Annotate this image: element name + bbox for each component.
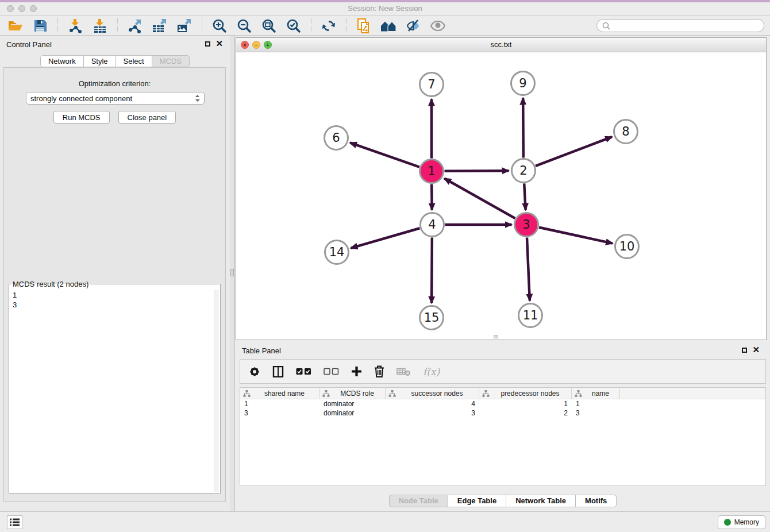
home-icon[interactable]	[379, 17, 398, 34]
network-title: scc.txt	[236, 38, 766, 52]
close-panel-icon[interactable]: ✕	[215, 40, 223, 47]
eye-icon[interactable]	[428, 17, 448, 34]
node-3[interactable]: 3	[515, 213, 538, 237]
export-network-icon[interactable]	[125, 17, 145, 34]
result-scrollbar[interactable]	[214, 290, 219, 492]
show-columns-icon[interactable]	[272, 366, 284, 377]
node-label: 14	[329, 245, 345, 259]
table-tab-node-table[interactable]: Node Table	[389, 495, 448, 507]
tab-network[interactable]: Network	[40, 55, 84, 67]
zoom-in-icon[interactable]	[210, 17, 229, 34]
close-table-panel-icon[interactable]: ✕	[752, 346, 760, 353]
export-image-icon[interactable]	[175, 17, 194, 34]
edge-4-14[interactable]	[351, 228, 419, 248]
control-panel: Control Panel ✕ NetworkStyleSelectMCDS O…	[0, 36, 230, 511]
function-builder-icon: f(x)	[423, 366, 440, 377]
column-header-shared-name[interactable]: shared name	[240, 388, 319, 399]
network-close-button[interactable]: ×	[241, 41, 249, 49]
edge-4-15[interactable]	[432, 237, 432, 303]
settings-gear-icon[interactable]	[249, 366, 260, 377]
delete-row-icon[interactable]	[374, 365, 384, 377]
memory-button[interactable]: Memory	[718, 515, 765, 529]
node-1[interactable]: 1	[420, 160, 444, 183]
add-row-icon[interactable]	[351, 366, 362, 377]
edge-3-11[interactable]	[527, 237, 530, 300]
task-history-button[interactable]	[7, 515, 22, 529]
run-mcds-button[interactable]: Run MCDS	[53, 111, 110, 124]
deselect-all-icon[interactable]	[324, 368, 339, 375]
save-icon[interactable]	[30, 17, 50, 34]
refresh-icon[interactable]	[319, 17, 338, 34]
node-14[interactable]: 14	[325, 241, 349, 264]
splitter-grip-icon[interactable]	[230, 269, 234, 276]
zoom-selected-icon[interactable]	[284, 17, 303, 34]
node-table[interactable]: shared nameMCDS rolesuccessor nodesprede…	[240, 387, 766, 486]
cell-shared-name[interactable]: 1	[240, 399, 319, 408]
edge-3-1[interactable]	[444, 179, 515, 218]
panel-splitter[interactable]	[230, 36, 235, 511]
search-input[interactable]	[613, 21, 759, 30]
node-10[interactable]: 10	[615, 235, 639, 259]
node-4[interactable]: 4	[421, 213, 444, 237]
zoom-fit-icon[interactable]	[259, 17, 279, 34]
node-label: 1	[428, 164, 435, 178]
criterion-dropdown[interactable]: strongly connected component	[26, 92, 205, 105]
network-window-titlebar[interactable]: × − + scc.txt	[236, 38, 766, 52]
float-panel-icon[interactable]	[205, 41, 210, 47]
style-preview-icon[interactable]	[403, 17, 423, 34]
edge-1-2[interactable]	[444, 171, 509, 171]
open-folder-icon[interactable]	[6, 17, 25, 34]
cell-predecessor-nodes[interactable]: 2	[479, 408, 572, 418]
import-table-icon[interactable]	[90, 17, 110, 34]
tab-select[interactable]: Select	[116, 55, 152, 67]
dropdown-stepper-icon	[195, 94, 200, 102]
cell-name[interactable]: 3	[572, 408, 620, 418]
node-11[interactable]: 11	[519, 304, 542, 327]
canvas-resize-grip[interactable]	[494, 335, 498, 338]
node-7[interactable]: 7	[420, 73, 444, 97]
tab-mcds[interactable]: MCDS	[152, 55, 190, 67]
table-tab-edge-table[interactable]: Edge Table	[448, 495, 506, 507]
node-9[interactable]: 9	[511, 72, 535, 95]
edge-3-10[interactable]	[539, 228, 613, 244]
table-tab-motifs[interactable]: Motifs	[576, 495, 617, 507]
search-field[interactable]	[596, 19, 764, 32]
column-header-successor-nodes[interactable]: successor nodes	[386, 388, 479, 399]
table-tab-network-table[interactable]: Network Table	[506, 495, 576, 507]
edge-2-9[interactable]	[523, 98, 523, 157]
float-table-panel-icon[interactable]	[742, 348, 747, 353]
close-panel-button[interactable]: Close panel	[118, 111, 176, 124]
table-panel: Table Panel ✕ f(x) shared nameMCDS rol	[236, 342, 770, 511]
zoom-out-icon[interactable]	[234, 17, 254, 34]
table-row[interactable]: 3dominator323	[240, 408, 765, 418]
cell-predecessor-nodes[interactable]: 1	[479, 399, 572, 408]
node-15[interactable]: 15	[420, 306, 444, 330]
table-header-row: shared nameMCDS rolesuccessor nodesprede…	[240, 388, 765, 399]
cell-successor-nodes[interactable]: 4	[386, 399, 479, 408]
node-8[interactable]: 8	[614, 120, 638, 144]
network-canvas[interactable]: 7968124314101511	[236, 52, 766, 340]
cell-shared-name[interactable]: 3	[240, 408, 319, 418]
column-header-predecessor-nodes[interactable]: predecessor nodes	[479, 388, 572, 399]
import-network-icon[interactable]	[66, 17, 85, 34]
cell-name[interactable]: 1	[572, 399, 620, 408]
edge-1-6[interactable]	[350, 142, 419, 167]
cell-successor-nodes[interactable]: 3	[386, 408, 479, 418]
table-row[interactable]: 1dominator411	[240, 399, 765, 408]
export-table-icon[interactable]	[150, 17, 170, 34]
select-all-icon[interactable]	[296, 368, 311, 375]
column-header-mcds-role[interactable]: MCDS role	[319, 388, 386, 399]
node-6[interactable]: 6	[325, 126, 348, 150]
cell-mcds-role[interactable]: dominator	[319, 399, 386, 408]
tab-style[interactable]: Style	[84, 55, 116, 67]
node-2[interactable]: 2	[512, 159, 536, 183]
clone-network-icon[interactable]	[354, 17, 374, 34]
network-minimize-button[interactable]: −	[252, 41, 260, 49]
edge-2-3[interactable]	[524, 183, 525, 210]
column-sort-icon	[575, 390, 582, 397]
network-zoom-button[interactable]: +	[264, 41, 272, 49]
table-toolbar: f(x)	[240, 359, 766, 384]
cell-mcds-role[interactable]: dominator	[319, 408, 386, 418]
column-header-name[interactable]: name	[572, 388, 620, 399]
edge-2-8[interactable]	[536, 137, 612, 166]
